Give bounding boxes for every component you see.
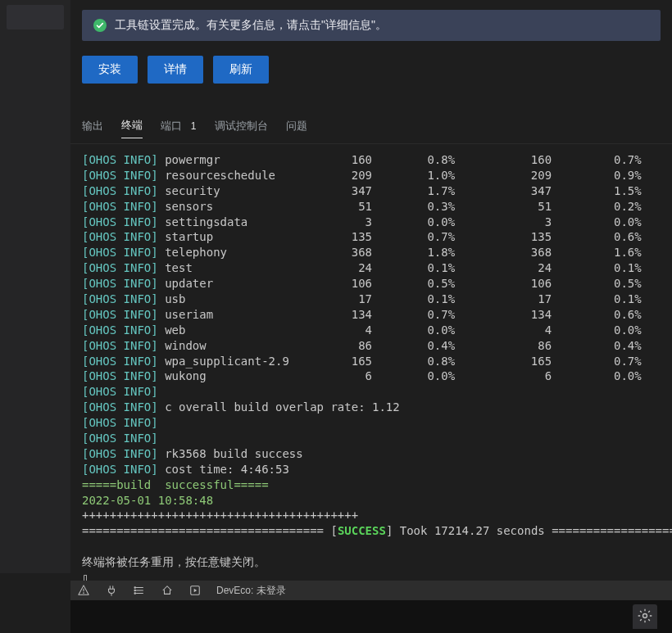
svg-point-10 <box>643 613 647 617</box>
tab-ports-badge: 1 <box>191 120 197 132</box>
status-deveco[interactable]: DevEco: 未登录 <box>216 584 286 598</box>
editor-left-gutter <box>0 0 70 573</box>
panel-tabs: 输出 终端 端口 1 调试控制台 问题 <box>70 106 672 144</box>
install-button[interactable]: 安装 <box>82 56 138 84</box>
gear-icon <box>637 608 653 626</box>
refresh-button[interactable]: 刷新 <box>213 56 269 84</box>
bottom-panel: 输出 终端 端口 1 调试控制台 问题 [OHOS INFO] powermgr… <box>70 106 672 600</box>
gutter-stub <box>7 5 64 29</box>
tab-ports[interactable]: 端口 1 <box>161 119 197 138</box>
tab-terminal[interactable]: 终端 <box>121 118 143 138</box>
tab-debug-console[interactable]: 调试控制台 <box>215 119 268 138</box>
terminal-output[interactable]: [OHOS INFO] powermgr 160 0.8% 160 0.7% 1… <box>70 144 672 594</box>
warning-icon[interactable] <box>77 584 90 597</box>
toolchain-banner: 工具链设置完成。有关更多信息，请点击"详细信息"。 <box>82 10 661 41</box>
status-bar: DevEco: 未登录 <box>70 581 672 600</box>
check-circle-icon <box>93 19 107 32</box>
svg-point-7 <box>134 590 135 590</box>
details-button[interactable]: 详情 <box>148 56 203 84</box>
settings-button[interactable] <box>633 604 657 629</box>
tab-problems[interactable]: 问题 <box>286 119 307 138</box>
list-icon[interactable] <box>133 584 146 597</box>
run-box-icon[interactable] <box>188 584 202 597</box>
main-area: 工具链设置完成。有关更多信息，请点击"详细信息"。 安装 详情 刷新 输出 终端… <box>70 0 672 633</box>
banner-message: 工具链设置完成。有关更多信息，请点击"详细信息"。 <box>115 18 387 33</box>
bottom-bar <box>70 600 672 633</box>
plug-icon[interactable] <box>105 584 118 597</box>
home-icon[interactable] <box>161 584 174 597</box>
tab-output[interactable]: 输出 <box>82 119 103 138</box>
svg-point-8 <box>134 593 135 594</box>
action-buttons: 安装 详情 刷新 <box>82 56 661 84</box>
svg-point-2 <box>83 592 84 594</box>
tab-ports-label: 端口 <box>161 120 182 132</box>
svg-point-6 <box>134 587 135 588</box>
